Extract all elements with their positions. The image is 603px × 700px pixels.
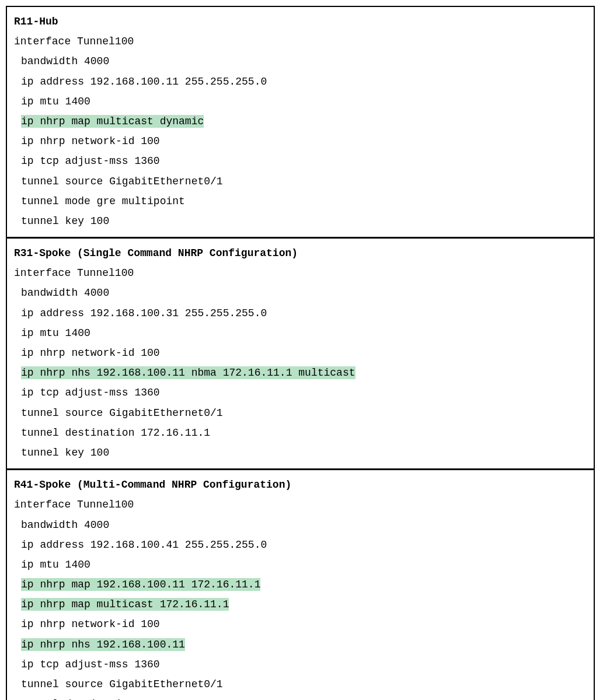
config-line: ip nhrp network-id 100 (14, 614, 587, 634)
config-line: ip mtu 1400 (14, 92, 587, 111)
config-block-r41-spoke: R41-Spoke (Multi-Command NHRP Configurat… (7, 468, 594, 700)
config-line: interface Tunnel100 (14, 263, 587, 283)
config-line-highlighted: ip nhrp map multicast 172.16.11.1 (14, 594, 587, 614)
block-title: R41-Spoke (Multi-Command NHRP Configurat… (14, 475, 587, 495)
config-line: ip address 192.168.100.41 255.255.255.0 (14, 535, 587, 555)
config-line: ip nhrp network-id 100 (14, 343, 587, 363)
config-line: ip address 192.168.100.31 255.255.255.0 (14, 303, 587, 323)
config-line: interface Tunnel100 (14, 495, 587, 514)
config-line: interface Tunnel100 (14, 32, 587, 51)
config-container: R11-Hub interface Tunnel100 bandwidth 40… (6, 6, 595, 700)
config-line: tunnel mode gre multipoint (14, 191, 587, 211)
config-line: tunnel source GigabitEthernet0/1 (14, 403, 587, 423)
config-line: ip address 192.168.100.11 255.255.255.0 (14, 72, 587, 92)
config-line-highlighted: ip nhrp nhs 192.168.100.11 (14, 635, 587, 654)
config-line: ip tcp adjust-mss 1360 (14, 383, 587, 402)
config-line: tunnel destination 172.16.11.1 (14, 423, 587, 443)
config-line-highlighted: ip nhrp map 192.168.100.11 172.16.11.1 (14, 575, 587, 594)
config-line: ip tcp adjust-mss 1360 (14, 654, 587, 674)
config-line-highlighted: ip nhrp nhs 192.168.100.11 nbma 172.16.1… (14, 363, 587, 383)
config-line: tunnel destination 172.16.11.1 (14, 694, 587, 700)
config-line: bandwidth 4000 (14, 515, 587, 535)
config-line-highlighted: ip nhrp map multicast dynamic (14, 111, 587, 131)
config-line: bandwidth 4000 (14, 51, 587, 71)
config-line: ip tcp adjust-mss 1360 (14, 151, 587, 171)
block-title: R31-Spoke (Single Command NHRP Configura… (14, 243, 587, 263)
config-line: tunnel key 100 (14, 443, 587, 463)
config-line: ip mtu 1400 (14, 555, 587, 575)
config-line: tunnel key 100 (14, 211, 587, 231)
config-block-r11-hub: R11-Hub interface Tunnel100 bandwidth 40… (7, 7, 594, 237)
config-block-r31-spoke: R31-Spoke (Single Command NHRP Configura… (7, 237, 594, 468)
config-line: ip nhrp network-id 100 (14, 131, 587, 151)
config-line: bandwidth 4000 (14, 283, 587, 303)
config-line: tunnel source GigabitEthernet0/1 (14, 172, 587, 191)
config-line: ip mtu 1400 (14, 323, 587, 343)
config-line: tunnel source GigabitEthernet0/1 (14, 674, 587, 694)
block-title: R11-Hub (14, 12, 587, 32)
